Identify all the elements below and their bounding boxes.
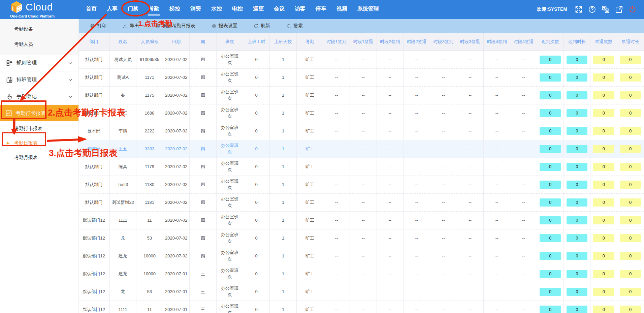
shift-cell: 办公室班次 <box>216 229 243 247</box>
column-header[interactable]: 早退次数 <box>590 33 617 51</box>
nav-item[interactable]: 人事 <box>102 0 123 19</box>
table-row[interactable]: 默认部门秦11752020-07-02四办公室班次01旷工-----------… <box>78 87 644 104</box>
days-cell: 1 <box>270 104 296 122</box>
nav-item[interactable]: 首页 <box>81 0 102 19</box>
column-header[interactable]: 时段1签退 <box>350 33 377 51</box>
column-header[interactable]: 日期 <box>163 33 190 51</box>
shift-name: 办公室班次 <box>220 143 240 155</box>
sidebar-group[interactable]: 手动登记 <box>0 88 78 105</box>
sidebar-subitem[interactable]: ▶考勤日报表 <box>0 136 78 150</box>
table-row[interactable]: 默认部门测试新增2211812020-07-02四办公室班次01旷工------… <box>78 194 644 212</box>
nav-item[interactable]: 梯控 <box>164 0 185 19</box>
nav-item[interactable]: 水控 <box>206 0 227 19</box>
sidebar-item-attendance-punch-report-group[interactable]: 考勤打卡报表 <box>0 105 78 121</box>
column-header[interactable]: 时段2签到 <box>377 33 403 51</box>
table-row[interactable]: 默认部门12龙532020-07-02四办公室班次01旷工-----------… <box>78 229 644 247</box>
count-badge: 0 <box>540 216 561 224</box>
translate-icon[interactable] <box>602 5 610 13</box>
column-header[interactable]: 上班天数 <box>270 33 296 51</box>
table-row[interactable]: 默认部门121111112020-07-01三办公室班次01旷工--------… <box>78 301 644 313</box>
slot-cell: -- <box>483 301 510 313</box>
early-duration-cell: 0 <box>617 69 644 87</box>
new-window-icon[interactable] <box>615 5 623 13</box>
column-header[interactable]: 时段3签退 <box>457 33 483 51</box>
slot-cell: -- <box>457 212 483 229</box>
toolbar-button[interactable]: 搜索 <box>278 19 311 33</box>
week-cell: 四 <box>190 229 216 247</box>
column-header[interactable]: 迟到时长 <box>564 33 590 51</box>
table-row[interactable]: 默认部门12龙532020-07-01三办公室班次01旷工-----------… <box>78 283 644 301</box>
help-icon[interactable] <box>588 5 596 13</box>
table-row[interactable]: 默认部门Test311802020-07-02四办公室班次01旷工-------… <box>78 176 644 194</box>
nav-item[interactable]: 门禁 <box>123 0 143 19</box>
table-row[interactable]: 默认部门12建龙100002020-07-02四办公室班次01旷工-------… <box>78 247 644 265</box>
date-cell: 2020-07-02 <box>163 194 190 212</box>
slot-cell: -- <box>403 229 430 247</box>
power-icon[interactable] <box>629 5 637 13</box>
dept-cell: 默认部门12 <box>78 265 109 283</box>
nav-right: 欢迎:SYSTEM <box>537 5 644 13</box>
person-name: 张三 <box>119 110 127 117</box>
sidebar-subitem[interactable]: ▶考勤月报表 <box>0 150 78 165</box>
shift-name: 办公室班次 <box>220 268 240 280</box>
table-row[interactable]: 默认部门陈真11792020-07-02四办公室班次01旷工----------… <box>78 158 644 176</box>
toolbar-button[interactable]: 报表设置 <box>203 19 246 33</box>
table-row[interactable]: 技术部李四22222020-07-02四办公室班次01旷工-----------… <box>78 122 644 140</box>
table-row[interactable]: 销售部王五33332020-07-02四办公室班次01旷工-----------… <box>78 140 644 158</box>
nav-item[interactable]: 视频 <box>331 0 352 19</box>
nav-item[interactable]: 系统管理 <box>352 0 384 19</box>
slot-cell: -- <box>403 283 430 301</box>
nav-item[interactable]: 会议 <box>269 0 290 19</box>
column-header[interactable]: 周 <box>190 33 216 51</box>
nav-item[interactable]: 停车 <box>311 0 331 19</box>
nav-item[interactable]: 巡更 <box>248 0 269 19</box>
table-row[interactable]: 默认部门测试A11712020-07-02四办公室班次01旷工---------… <box>78 69 644 87</box>
column-header[interactable]: 早退时长 <box>617 33 644 51</box>
column-header[interactable]: 人员编号 <box>136 33 163 51</box>
column-header[interactable]: 时段2签退 <box>403 33 430 51</box>
toolbar-button[interactable]: 刷新 <box>246 19 278 33</box>
slot-cell: -- <box>430 87 457 104</box>
count-badge: 0 <box>593 234 614 242</box>
nav-item-label: 巡更 <box>252 3 264 15</box>
column-header[interactable]: 上班工时 <box>243 33 270 51</box>
table-row[interactable]: 默认部门121111112020-07-02四办公室班次01旷工--------… <box>78 212 644 229</box>
toolbar-button[interactable]: 创建考勤日报表 <box>147 19 203 33</box>
nav-item[interactable]: 电控 <box>227 0 248 19</box>
toolbar-button[interactable]: 导出 <box>115 19 147 33</box>
late-duration-cell: 0 <box>564 69 590 87</box>
column-header[interactable]: 时段3签到 <box>430 33 457 51</box>
table-row[interactable]: 默认部门测试人员610065352020-07-02四办公室班次01旷工----… <box>78 51 644 69</box>
slot-cell: -- <box>350 301 377 313</box>
slot-cell: -- <box>403 247 430 265</box>
column-header[interactable]: 时段4签到 <box>483 33 510 51</box>
sidebar-group[interactable]: 排班管理 <box>0 71 78 88</box>
sidebar-group[interactable]: 规则管理 <box>0 55 78 71</box>
sidebar-item[interactable]: 考勤人员 <box>0 37 78 52</box>
sidebar-item[interactable]: 考勤设备 <box>0 22 78 37</box>
column-header[interactable]: 时段4签退 <box>510 33 537 51</box>
hours-cell: 0 <box>243 283 270 301</box>
table-row[interactable]: 默认部门张三16882020-07-02四办公室班次01旷工----------… <box>78 104 644 122</box>
name-cell: 王五 <box>109 140 136 158</box>
fullscreen-icon[interactable] <box>575 5 583 13</box>
nav-item[interactable]: 访客 <box>290 0 311 19</box>
week-cell: 四 <box>190 158 216 176</box>
column-header[interactable]: 考勤 <box>296 33 323 51</box>
column-header[interactable]: 班次 <box>216 33 243 51</box>
column-header[interactable]: 迟到次数 <box>537 33 564 51</box>
column-header[interactable]: 部门 <box>78 33 109 51</box>
count-badge: 0 <box>593 288 614 296</box>
column-header[interactable]: 姓名 <box>109 33 136 51</box>
column-header[interactable]: 时段1签到 <box>323 33 350 51</box>
slot-cell: -- <box>457 140 483 158</box>
count-badge: 0 <box>620 288 641 296</box>
week-cell: 四 <box>190 247 216 265</box>
nav-item[interactable]: 考勤 <box>143 0 164 19</box>
table-row[interactable]: 默认部门12建龙100002020-07-01三办公室班次01旷工-------… <box>78 265 644 283</box>
dept-cell: 默认部门 <box>78 104 109 122</box>
toolbar-button-label: 搜索 <box>293 23 303 29</box>
sidebar-subitem[interactable]: ▶考勤打卡报表 <box>0 121 78 136</box>
toolbar-button[interactable]: 打印 <box>82 19 115 33</box>
nav-item[interactable]: 消费 <box>185 0 206 19</box>
